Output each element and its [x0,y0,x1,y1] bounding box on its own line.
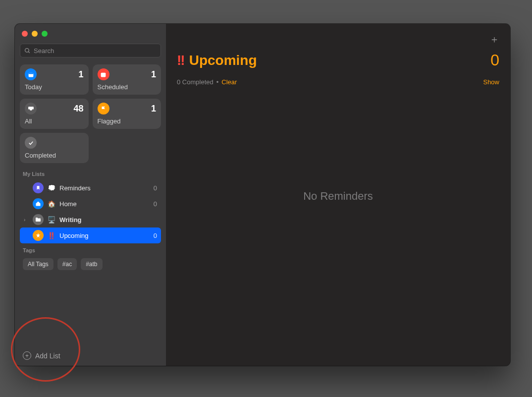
window-controls [20,30,161,44]
new-reminder-button[interactable]: ＋ [489,33,499,46]
smart-flagged[interactable]: 1 Flagged [93,99,161,129]
tag-atb[interactable]: #atb [81,258,102,270]
smart-all-count: 48 [73,104,83,114]
bookmark-icon [33,182,44,193]
list-reminders[interactable]: 💭 Reminders 0 [20,180,161,196]
tray-icon [25,103,37,114]
list-emoji: 💭 [48,184,55,192]
minimize-window-button[interactable] [32,31,38,37]
list-name: Writing [59,216,153,224]
svg-rect-4 [101,72,106,77]
list-emoji: 🖥️ [48,216,55,224]
clear-button[interactable]: Clear [221,78,237,86]
smart-scheduled[interactable]: 1 Scheduled [93,64,161,95]
house-icon [33,198,44,209]
plus-circle-icon: + [23,351,31,360]
search-field[interactable] [20,44,161,57]
my-lists-header: My Lists [20,167,161,180]
tag-ac[interactable]: #ac [57,258,77,270]
list-count: 0 [154,184,157,192]
smart-today-count: 1 [78,69,83,80]
smart-flagged-label: Flagged [98,117,157,125]
smart-scheduled-label: Scheduled [98,83,157,91]
smart-flagged-count: 1 [151,104,156,114]
list-upcoming[interactable]: ‼️ Upcoming 0 [20,227,161,243]
smart-today[interactable]: 1 Today [20,64,89,95]
dot-separator: • [216,78,219,86]
completed-summary: 0 Completed [177,78,213,86]
list-writing[interactable]: › 🖥️ Writing [20,212,161,227]
search-input[interactable] [34,47,157,55]
add-list-button[interactable]: + Add List [20,346,161,366]
app-window: 1 Today 1 Scheduled 48 [15,24,510,366]
add-list-label: Add List [35,352,60,360]
tags-row: All Tags #ac #atb [20,256,161,272]
list-count: 0 [154,232,157,239]
flag-icon [98,103,109,114]
svg-rect-3 [28,72,33,74]
smart-list-icon [33,230,44,241]
sidebar: 1 Today 1 Scheduled 48 [15,24,166,366]
empty-state-text: No Reminders [166,190,510,203]
list-home[interactable]: 🏠 Home 0 [20,196,161,212]
title-row: !! Upcoming 0 [177,51,499,69]
smart-completed[interactable]: Completed [20,133,89,163]
list-emoji: 🏠 [48,200,55,208]
chevron-right-icon[interactable]: › [24,217,29,223]
smart-today-label: Today [25,83,84,91]
smart-lists: 1 Today 1 Scheduled 48 [20,64,161,163]
checkmark-icon [25,137,37,149]
smart-all-label: All [25,117,84,125]
main-panel: ＋ !! Upcoming 0 0 Completed • Clear Show… [166,24,510,366]
svg-line-1 [28,52,30,53]
fullscreen-window-button[interactable] [42,31,48,37]
list-count: 0 [154,200,157,208]
item-count: 0 [490,51,499,69]
list-name: Upcoming [59,232,150,239]
priority-bangs-icon: !! [177,53,184,68]
sub-row: 0 Completed • Clear Show [177,78,499,86]
calendar-today-icon [25,68,37,80]
list-prefix: ‼️ [48,232,55,239]
tags-header: Tags [20,243,161,256]
list-name: Home [59,200,150,208]
search-icon [24,48,31,54]
calendar-icon [98,68,109,80]
smart-scheduled-count: 1 [151,69,156,80]
show-button[interactable]: Show [483,78,499,86]
smart-all[interactable]: 48 All [20,99,89,129]
list-name: Reminders [59,184,150,192]
smart-completed-label: Completed [25,152,84,159]
svg-point-0 [25,48,29,52]
page-title: Upcoming [189,53,257,68]
folder-icon [33,214,44,225]
tag-all[interactable]: All Tags [23,258,53,270]
close-window-button[interactable] [22,31,28,37]
